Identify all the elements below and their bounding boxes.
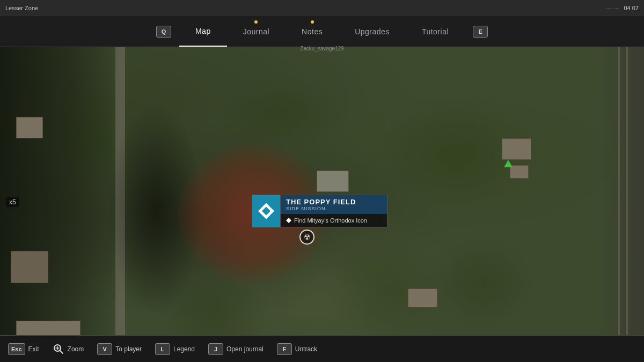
- tab-journal[interactable]: Journal: [227, 16, 286, 47]
- veg-patch: [215, 74, 349, 154]
- action-untrack[interactable]: F Untrack: [277, 343, 317, 355]
- mission-diamond-icon: [258, 203, 274, 219]
- map-area[interactable]: x5 ☢ THE POPPY FIELD SIDE MISSION Find M…: [0, 47, 644, 335]
- key-v: V: [97, 343, 112, 355]
- label-to-player: To player: [115, 345, 142, 353]
- building: [408, 289, 437, 307]
- label-zoom: Zoom: [68, 345, 84, 353]
- journal-dot: [254, 20, 258, 24]
- action-exit[interactable]: Esc Exit: [8, 343, 39, 355]
- notes-dot: [311, 20, 314, 24]
- green-marker: [504, 160, 513, 167]
- bottom-bar: Esc Exit Zoom V To player L Legend J Ope…: [0, 335, 644, 362]
- building: [317, 171, 349, 192]
- building: [510, 165, 529, 179]
- label-legend: Legend: [173, 345, 195, 353]
- zoom-indicator: x5: [6, 197, 19, 207]
- username: Zacku_savage129: [300, 46, 344, 51]
- key-esc: Esc: [8, 343, 25, 355]
- label-untrack: Untrack: [295, 345, 317, 353]
- tab-upgrades[interactable]: Upgrades: [339, 16, 406, 47]
- top-bar-dots: ·······: [605, 5, 619, 11]
- tab-notes[interactable]: Notes: [286, 16, 339, 47]
- key-l: L: [155, 343, 170, 355]
- mission-diamond-inner: [262, 207, 270, 216]
- action-to-player[interactable]: V To player: [97, 343, 142, 355]
- mission-type: SIDE MISSION: [286, 206, 382, 211]
- svg-line-1: [60, 350, 63, 353]
- nav-key-e[interactable]: E: [473, 26, 488, 38]
- building: [11, 251, 48, 283]
- top-bar: Lesser Zone ······· 04 07: [0, 0, 644, 16]
- mission-header: THE POPPY FIELD SIDE MISSION: [281, 195, 387, 214]
- mission-tooltip[interactable]: THE POPPY FIELD SIDE MISSION Find Mityay…: [252, 195, 387, 227]
- label-open-journal: Open journal: [226, 345, 264, 353]
- action-zoom[interactable]: Zoom: [53, 343, 84, 355]
- key-f: F: [277, 343, 292, 355]
- objective-marker-icon: ☢: [304, 233, 311, 241]
- app-title: Lesser Zone: [5, 5, 38, 11]
- building: [16, 117, 43, 138]
- rail-line: [626, 47, 628, 335]
- mission-obj-diamond-icon: [286, 218, 291, 223]
- action-open-journal[interactable]: J Open journal: [208, 343, 264, 355]
- label-exit: Exit: [28, 345, 39, 353]
- clock: 04 07: [624, 5, 639, 11]
- key-j: J: [208, 343, 223, 355]
- mission-icon-container: [252, 195, 280, 227]
- mission-title: THE POPPY FIELD: [286, 198, 382, 206]
- mission-content: THE POPPY FIELD SIDE MISSION Find Mityay…: [280, 195, 387, 227]
- veg-patch: [429, 235, 537, 331]
- action-legend[interactable]: L Legend: [155, 343, 195, 355]
- mission-objective: Find Mityay's Orthodox Icon: [281, 214, 387, 227]
- tab-tutorial[interactable]: Tutorial: [406, 16, 465, 47]
- rail-line: [618, 47, 620, 335]
- rail-overlay: [598, 47, 644, 335]
- fog-overlay: [0, 47, 118, 335]
- top-bar-right: ······· 04 07: [605, 5, 639, 11]
- building: [16, 321, 80, 335]
- zoom-icon: [53, 343, 64, 355]
- tab-map[interactable]: Map: [179, 16, 227, 47]
- building: [502, 138, 531, 160]
- nav-bar: Q Map Journal Notes Upgrades Tutorial E …: [0, 16, 644, 47]
- objective-marker[interactable]: ☢: [299, 230, 314, 245]
- mission-objective-text: Find Mityay's Orthodox Icon: [294, 217, 367, 224]
- nav-key-q[interactable]: Q: [156, 26, 171, 38]
